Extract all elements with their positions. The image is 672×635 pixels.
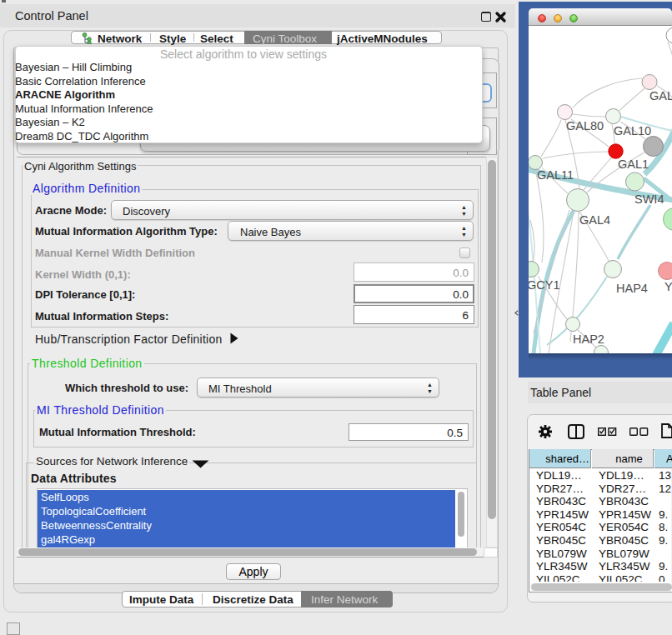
svg-text:GAL1: GAL1 (618, 158, 649, 171)
svg-text:GAL4: GAL4 (579, 213, 610, 227)
svg-text:GAL80: GAL80 (566, 119, 604, 132)
svg-text:GAL: GAL (649, 89, 672, 102)
svg-text:GAL11: GAL11 (537, 168, 574, 182)
svg-text:HAP4: HAP4 (616, 282, 648, 295)
svg-text:GAL10: GAL10 (614, 124, 651, 138)
svg-text:Y: Y (664, 280, 672, 293)
svg-text:SWI4: SWI4 (634, 192, 664, 206)
svg-text:HAP2: HAP2 (573, 332, 604, 346)
svg-text:GCY1: GCY1 (529, 278, 560, 292)
